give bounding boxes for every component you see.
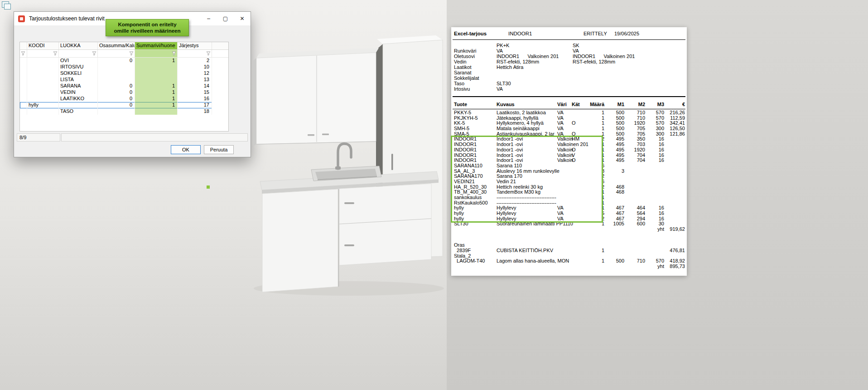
report-row: LAGOM-T40Lagom allas hana-alueella, MON1…	[451, 258, 687, 264]
report-cell: 1	[582, 147, 604, 153]
cell-summarivi	[135, 77, 178, 83]
cell-summarivi: 1	[135, 89, 178, 96]
col-vari: Väri	[557, 102, 567, 107]
report-info-row: Saranat	[451, 70, 687, 75]
window-restore-icon[interactable]	[2, 1, 9, 8]
filter-funnel-icon[interactable]	[172, 51, 176, 56]
table-row[interactable]: IRTOSIVU10	[20, 64, 212, 70]
table-row[interactable]: LAATIKKO0116	[20, 96, 212, 102]
report-row: KK-5Hyllykomero, 4 hyllyäVAO150019205703…	[451, 121, 687, 126]
report-row: yht895,73	[451, 264, 687, 269]
maximize-button[interactable]: ▢	[217, 12, 234, 25]
minimize-button[interactable]: –	[200, 12, 217, 25]
dialog-table-body: OVI012IRTOSIVU10SOKKELI12LISTA13SARANA01…	[20, 58, 228, 115]
cell-jarjestys: 16	[178, 96, 212, 102]
cell-koodi	[27, 96, 59, 102]
report-cell: 216,26	[665, 110, 685, 116]
filter-funnel-icon[interactable]	[92, 51, 96, 56]
report-cell: VA	[557, 110, 564, 116]
report-cell: 1	[582, 258, 604, 264]
table-row[interactable]: hylly0117	[20, 102, 212, 108]
report-cell: 1	[582, 248, 604, 253]
info-value-left: VA	[497, 86, 503, 92]
dialog-title: Tarjoustulostukseen tulevat rivit	[29, 15, 105, 22]
column-header-selector	[20, 42, 27, 49]
report-cell: yht	[646, 227, 664, 232]
report-cell: 1	[582, 200, 604, 206]
filter-funnel-icon[interactable]	[53, 51, 58, 56]
report-row: hyllyHyllylevyVA146746416	[451, 205, 687, 211]
cell-luokka: LISTA	[59, 77, 98, 83]
report-cell: 3	[606, 169, 624, 174]
report-cell: sankokaulus	[454, 195, 482, 200]
filter-funnel-icon[interactable]	[206, 51, 211, 56]
column-header-jarjestys[interactable]: Järjestys	[178, 42, 212, 49]
report-cell: 710	[626, 110, 645, 116]
cell-jarjestys: 10	[178, 64, 212, 70]
cell-koodi	[27, 108, 59, 115]
table-row[interactable]: SARANA0114	[20, 83, 212, 89]
annotation-line-1: Komponentit on eritelty	[107, 21, 188, 28]
report-doc-type: ERITTELY	[583, 31, 607, 36]
app-icon-glyph	[20, 17, 23, 20]
table-row[interactable]: TASO18	[20, 108, 212, 115]
report-info-row: TasoSLT30	[451, 81, 687, 86]
cancel-button[interactable]: Peruuta	[204, 145, 234, 154]
report-row: hyllyHyllylevyVA546756416	[451, 211, 687, 216]
cell-summarivi	[135, 64, 178, 70]
report-cell: 495	[606, 142, 624, 147]
annotation-line-2: omille riveilleen määrineen	[107, 28, 188, 34]
filter-funnel-icon[interactable]	[129, 51, 134, 56]
filter-cell-osasumma[interactable]	[98, 50, 135, 57]
cell-osasumma: 0	[98, 102, 135, 108]
drawer-stack	[339, 184, 431, 265]
info-value-left: Hettich Atira	[497, 64, 523, 70]
report-cell: yht	[646, 264, 664, 269]
table-row[interactable]: SOKKELI12	[20, 70, 212, 77]
wall-cabinet-handle-right	[322, 134, 329, 136]
filter-cell-selector[interactable]	[20, 50, 27, 57]
annotation-callout: Komponentit on eritelty omille riveillee…	[106, 19, 189, 36]
report-info-row: Sokkelijalat	[451, 75, 687, 81]
column-header-osasumma[interactable]: Osasumma/Kaluste	[98, 42, 135, 49]
column-header-koodi[interactable]: KOODI	[27, 42, 59, 49]
report-info-row: IrtosivuVA	[451, 86, 687, 92]
report-cell: 500	[606, 110, 624, 116]
filter-cell-summarivi[interactable]	[135, 50, 178, 57]
filter-cell-luokka[interactable]	[59, 50, 98, 57]
table-row[interactable]: VEDIN0115	[20, 89, 212, 96]
info-label: Laatikot	[454, 64, 472, 70]
info-label: Saranat	[454, 70, 472, 75]
cell-jarjestys: 2	[178, 58, 212, 64]
header-rule	[453, 39, 685, 40]
report-row	[451, 238, 687, 243]
ok-button[interactable]: OK	[171, 145, 201, 154]
dialog-tarjoustulostus: Tarjoustulostukseen tulevat rivit – ▢ ✕ …	[14, 11, 251, 157]
report-cell: 5	[582, 211, 604, 216]
cell-jarjestys: 12	[178, 70, 212, 77]
row-selector-cell	[20, 102, 27, 108]
cell-luokka: SOKKELI	[59, 70, 98, 77]
report-cell: 121,86	[665, 132, 685, 137]
info-value-left: VA	[497, 48, 503, 54]
table-row[interactable]: LISTA13	[20, 77, 212, 83]
app-icon	[18, 15, 25, 22]
column-header-summarivi[interactable]: Summarivi/huone	[135, 42, 178, 49]
filter-funnel-icon[interactable]	[21, 51, 25, 56]
report-cell: 495	[606, 147, 624, 153]
section-rule	[453, 96, 685, 97]
report-row: sankokaulus-----------------------------…	[451, 195, 687, 200]
report-cell: VEDIN21	[454, 179, 475, 185]
table-row[interactable]: OVI012	[20, 58, 212, 64]
report-cell: 2	[582, 174, 604, 179]
kitchen-3d-viewport[interactable]	[240, 23, 458, 304]
cell-osasumma	[98, 70, 135, 77]
report-cell: 2	[582, 216, 604, 222]
cell-koodi	[27, 83, 59, 89]
filter-cell-koodi[interactable]	[27, 50, 59, 57]
cell-osasumma: 0	[98, 89, 135, 96]
column-header-luokka[interactable]: LUOKKA	[59, 42, 98, 49]
report-title: Excel-tarjous	[454, 31, 487, 36]
filter-cell-jarjestys[interactable]	[178, 50, 212, 57]
info-label: Vedin	[454, 59, 467, 64]
